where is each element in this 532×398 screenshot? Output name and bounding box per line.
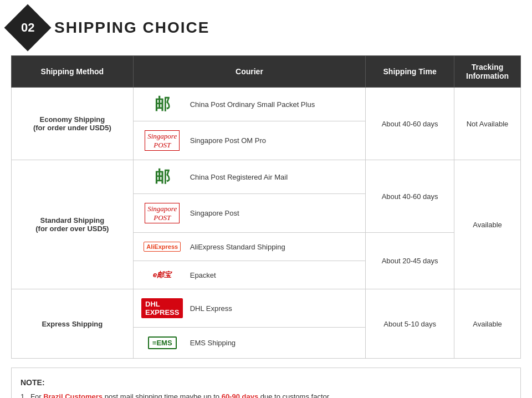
courier-row: e邮宝 Epacket — [140, 267, 359, 283]
courier-name: China Post Registered Air Mail — [190, 173, 288, 181]
courier-name: Epacket — [190, 271, 216, 279]
courier-cell: 邮 China Post Registered Air Mail — [133, 160, 366, 194]
courier-name: Singapore Post OM Pro — [190, 136, 266, 145]
standard-time-1: About 40-60 days — [366, 160, 454, 233]
courier-logo: 邮 — [140, 96, 185, 112]
courier-logo: AliExpress — [140, 242, 185, 252]
courier-cell: SingaporePOST Singapore Post OM Pro — [133, 121, 366, 160]
courier-row: AliExpress AliExpress Standard Shipping — [140, 238, 359, 255]
badge-number: 02 — [21, 21, 34, 35]
courier-name: DHL Express — [190, 304, 232, 313]
page-header: 02 SHIPPING CHOICE — [11, 11, 521, 44]
highlight-text: 60-90 days — [222, 392, 259, 398]
badge-diamond: 02 — [4, 4, 52, 52]
note-section: NOTE:1. For Brazil Customers,post mail s… — [11, 368, 521, 398]
note-num: 1. — [21, 390, 30, 398]
courier-row: ≡EMS EMS Shipping — [140, 333, 359, 353]
dhl-logo: DHLEXPRESS — [141, 298, 183, 318]
note-line: 1. For Brazil Customers,post mail shippi… — [21, 390, 511, 398]
ems-logo: ≡EMS — [148, 336, 177, 349]
courier-logo: DHLEXPRESS — [140, 298, 185, 318]
courier-row: DHLEXPRESS DHL Express — [140, 295, 359, 322]
aliexpress-logo: AliExpress — [144, 242, 181, 252]
courier-name: China Post Ordinary Small Packet Plus — [190, 100, 315, 109]
singpost-logo: SingaporePOST — [145, 203, 180, 223]
courier-row: 邮 China Post Ordinary Small Packet Plus — [140, 93, 359, 115]
economy-tracking: Not Available — [454, 88, 521, 160]
courier-name: AliExpress Standard Shipping — [190, 243, 285, 251]
standard-method: Standard Shipping(for order over USD5) — [12, 160, 134, 289]
chinapost-logo: 邮 — [155, 169, 170, 185]
courier-row: 邮 China Post Registered Air Mail — [140, 166, 359, 188]
singpost-logo: SingaporePOST — [145, 130, 180, 151]
express-time: About 5-10 days — [366, 289, 454, 359]
courier-cell: ≡EMS EMS Shipping — [133, 328, 366, 359]
economy-method: Economy Shipping(for order under USD5) — [12, 88, 134, 160]
header-tracking: Tracking Information — [454, 56, 521, 88]
table-row: Standard Shipping(for order over USD5) 邮… — [12, 160, 521, 194]
note-label: NOTE: — [21, 378, 45, 387]
courier-cell: SingaporePOST Singapore Post — [133, 194, 366, 233]
page-title: SHIPPING CHOICE — [54, 19, 209, 37]
highlight-text: Brazil Customers — [43, 392, 103, 398]
courier-cell: 邮 China Post Ordinary Small Packet Plus — [133, 88, 366, 121]
economy-time: About 40-60 days — [366, 88, 454, 160]
courier-logo: ≡EMS — [140, 336, 185, 349]
chinapost-logo: 邮 — [155, 96, 170, 112]
header-courier: Courier — [133, 56, 366, 88]
standard-time-2: About 20-45 days — [366, 233, 454, 289]
shipping-table: Shipping Method Courier Shipping Time Tr… — [11, 55, 521, 359]
courier-cell: DHLEXPRESS DHL Express — [133, 289, 366, 328]
courier-logo: SingaporePOST — [140, 130, 185, 151]
courier-logo: SingaporePOST — [140, 203, 185, 223]
courier-name: EMS Shipping — [190, 339, 236, 347]
courier-cell: AliExpress AliExpress Standard Shipping — [133, 233, 366, 261]
courier-logo: 邮 — [140, 169, 185, 185]
courier-row: SingaporePOST Singapore Post — [140, 200, 359, 227]
header-time: Shipping Time — [366, 56, 454, 88]
courier-logo: e邮宝 — [140, 270, 185, 280]
note-text: For Brazil Customers,post mail shipping … — [30, 390, 331, 398]
express-method: Express Shipping — [12, 289, 134, 359]
table-row: Economy Shipping(for order under USD5) 邮… — [12, 88, 521, 121]
courier-name: Singapore Post — [190, 209, 239, 217]
courier-row: SingaporePOST Singapore Post OM Pro — [140, 127, 359, 154]
table-row: Express Shipping DHLEXPRESS DHL Express … — [12, 289, 521, 328]
table-header-row: Shipping Method Courier Shipping Time Tr… — [12, 56, 521, 88]
courier-cell: e邮宝 Epacket — [133, 261, 366, 289]
epacket-logo: e邮宝 — [153, 270, 171, 280]
express-tracking: Available — [454, 289, 521, 359]
header-method: Shipping Method — [12, 56, 134, 88]
standard-tracking: Available — [454, 160, 521, 289]
